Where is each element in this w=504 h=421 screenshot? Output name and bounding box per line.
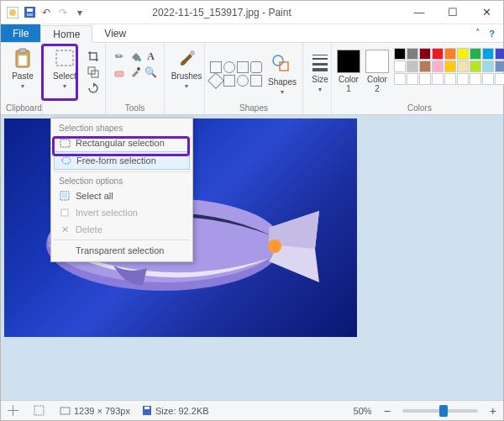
svg-rect-33 — [62, 210, 67, 215]
paste-button[interactable]: Paste▾ — [6, 46, 39, 91]
colors-group: Color 1 Color 2 Edit colors Colors — [332, 43, 504, 114]
svg-point-13 — [137, 67, 140, 71]
palette-swatch[interactable] — [394, 73, 406, 85]
svg-rect-7 — [18, 55, 27, 66]
palette-swatch[interactable] — [457, 61, 469, 72]
svg-point-26 — [268, 239, 281, 253]
shapes-gallery[interactable] — [210, 61, 262, 87]
palette-swatch[interactable] — [495, 48, 504, 60]
svg-rect-35 — [60, 408, 70, 414]
color1-swatch — [337, 50, 360, 73]
palette-swatch[interactable] — [495, 61, 504, 72]
zoom-slider[interactable] — [402, 409, 478, 413]
zoom-out-button[interactable]: − — [384, 404, 391, 418]
selection-size — [34, 405, 48, 416]
select-button[interactable]: Select▾ — [48, 46, 81, 91]
palette-swatch[interactable] — [419, 61, 431, 72]
resize-icon[interactable] — [87, 66, 100, 79]
redo-icon[interactable]: ↷ — [56, 6, 70, 19]
save-icon[interactable] — [23, 6, 36, 19]
palette-swatch[interactable] — [470, 48, 481, 60]
palette-swatch[interactable] — [419, 48, 431, 60]
rectangular-selection-item[interactable]: Rectangular selection — [54, 134, 190, 151]
close-button[interactable]: ✕ — [470, 1, 503, 24]
palette-swatch[interactable] — [482, 48, 494, 60]
palette-swatch[interactable] — [432, 73, 444, 85]
maximize-button[interactable]: ☐ — [436, 1, 470, 24]
zoom-in-button[interactable]: + — [490, 404, 496, 418]
select-label: Select — [53, 71, 76, 81]
collapse-ribbon-icon[interactable]: ˄ — [475, 28, 480, 39]
select-all-item[interactable]: Select all — [54, 187, 190, 204]
svg-rect-4 — [27, 13, 33, 16]
color-palette[interactable] — [394, 48, 504, 85]
shapes-button[interactable]: Shapes▾ — [267, 52, 297, 97]
select-dropdown-menu: Selection shapes Rectangular selection F… — [50, 118, 193, 262]
ribbon: Paste▾ Clipboard Select▾ Image — [1, 43, 503, 115]
svg-rect-2 — [24, 7, 35, 18]
color1-button[interactable]: Color 1 — [337, 46, 360, 93]
freeform-selection-item[interactable]: Free-form selection — [54, 151, 190, 170]
magnifier-icon[interactable]: 🔍 — [144, 66, 157, 79]
palette-swatch[interactable] — [495, 73, 504, 85]
palette-swatch[interactable] — [457, 48, 469, 60]
size-button[interactable]: Size▾ — [308, 46, 332, 94]
color2-button[interactable]: Color 2 — [365, 46, 389, 93]
selection-options-header: Selection options — [54, 174, 190, 187]
svg-point-1 — [9, 9, 16, 16]
palette-swatch[interactable] — [444, 61, 456, 72]
palette-swatch[interactable] — [457, 73, 469, 85]
svg-point-11 — [138, 58, 141, 61]
quick-access-toolbar: ↶ ↷ ▾ — [1, 6, 92, 19]
paint-window: ↶ ↷ ▾ 2022-11-15_153917.jpg - Paint — ☐ … — [0, 0, 504, 421]
brushes-button[interactable]: Brushes▾ — [170, 46, 203, 91]
home-tab[interactable]: Home — [40, 25, 92, 43]
palette-swatch[interactable] — [482, 73, 494, 85]
palette-swatch[interactable] — [394, 48, 406, 60]
palette-swatch[interactable] — [444, 73, 456, 85]
title-bar: ↶ ↷ ▾ 2022-11-15_153917.jpg - Paint — ☐ … — [1, 1, 503, 24]
status-bar: 1239 × 793px Size: 92.2KB 50% − + — [1, 400, 503, 420]
palette-swatch[interactable] — [432, 61, 444, 72]
palette-swatch[interactable] — [407, 73, 418, 85]
svg-rect-3 — [27, 8, 33, 12]
undo-icon[interactable]: ↶ — [39, 6, 53, 19]
colors-group-label: Colors — [337, 103, 502, 113]
shapes-group: Shapes▾ Shapes — [205, 43, 303, 114]
pencil-icon[interactable]: ✏ — [113, 50, 125, 63]
cursor-position — [8, 405, 22, 416]
palette-swatch[interactable] — [432, 48, 444, 60]
palette-swatch[interactable] — [407, 48, 418, 60]
minimize-button[interactable]: — — [402, 1, 436, 24]
zoom-thumb[interactable] — [439, 405, 448, 417]
svg-rect-31 — [62, 193, 67, 198]
crop-icon[interactable] — [87, 50, 100, 63]
palette-swatch[interactable] — [444, 48, 456, 60]
selectall-icon — [59, 190, 71, 202]
palette-swatch[interactable] — [407, 61, 418, 72]
palette-swatch[interactable] — [419, 73, 431, 85]
ribbon-tabs: File Home View ˄ ? — [1, 24, 503, 43]
text-icon[interactable]: A — [144, 50, 157, 63]
svg-rect-37 — [144, 407, 150, 409]
eraser-icon[interactable] — [113, 66, 125, 79]
palette-swatch[interactable] — [394, 61, 406, 72]
palette-swatch[interactable] — [470, 61, 481, 72]
palette-swatch[interactable] — [482, 61, 494, 72]
help-icon[interactable]: ? — [489, 29, 495, 39]
qat-dropdown-icon[interactable]: ▾ — [73, 6, 87, 19]
fill-icon[interactable] — [129, 50, 141, 63]
tools-group-label: Tools — [111, 103, 159, 113]
file-tab[interactable]: File — [1, 24, 40, 42]
dimensions-icon — [60, 405, 71, 416]
view-tab[interactable]: View — [92, 24, 138, 42]
svg-rect-12 — [115, 71, 123, 76]
svg-rect-16 — [280, 62, 288, 71]
shapes-icon — [271, 54, 293, 76]
picker-icon[interactable] — [129, 66, 141, 79]
palette-swatch[interactable] — [470, 73, 481, 85]
transparent-selection-item[interactable]: Transparent selection — [54, 242, 190, 259]
shapes-group-label: Shapes — [210, 103, 297, 113]
rotate-icon[interactable] — [87, 82, 100, 95]
app-icon — [6, 6, 19, 19]
